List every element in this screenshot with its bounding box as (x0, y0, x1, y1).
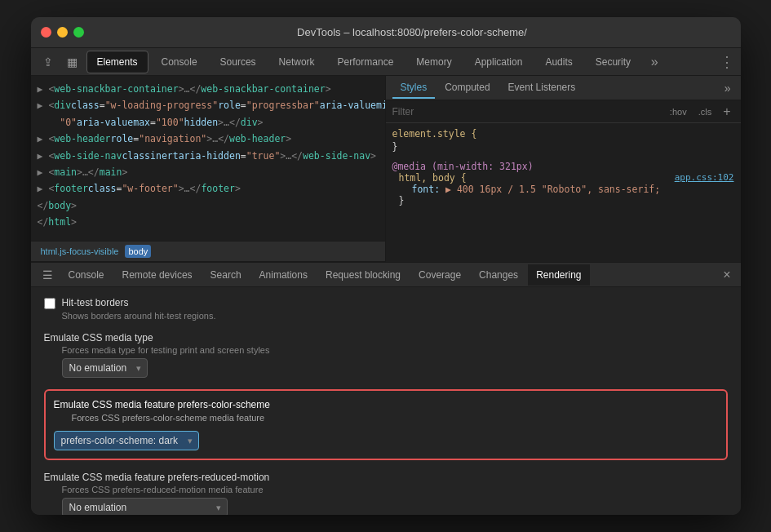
code-line: ▶ <footer class="w-footer">…</footer> (31, 180, 385, 197)
css-media-type-label: Emulate CSS media type (44, 332, 728, 344)
tab-event-listeners[interactable]: Event Listeners (500, 78, 584, 99)
drawer-tab-coverage[interactable]: Coverage (410, 264, 469, 286)
window-title: DevTools – localhost:8080/prefers-color-… (94, 26, 731, 38)
code-line: ▶ <web-side-nav class inert aria-hidden=… (31, 148, 385, 164)
maximize-button[interactable] (73, 27, 84, 38)
drawer-tab-remote-devices[interactable]: Remote devices (114, 264, 201, 286)
minimize-button[interactable] (57, 27, 68, 38)
drawer-tab-rendering[interactable]: Rendering (528, 264, 589, 286)
css-media-type-select[interactable]: No emulation print screen (62, 358, 148, 378)
tab-security[interactable]: Security (586, 51, 640, 73)
filter-input[interactable] (392, 106, 662, 117)
style-selector-html-body: html, body { app.css:102 (392, 172, 734, 184)
hit-test-label: Hit-test borders (62, 297, 129, 308)
rendering-panel: Hit-test borders Shows borders around hi… (31, 287, 741, 515)
drawer-tabs-bar: ☰ Console Remote devices Search Animatio… (31, 263, 741, 287)
code-line: ▶ <div class="w-loading-progress" role="… (31, 97, 385, 113)
drawer-close-button[interactable]: × (720, 268, 733, 282)
style-prop-name: font: (412, 184, 441, 195)
more-tabs-button[interactable]: » (644, 51, 665, 73)
cursor-icon[interactable]: ⇪ (38, 51, 59, 73)
color-scheme-select-wrapper: No emulation prefers-color-scheme: light… (54, 431, 199, 450)
style-media-query: @media (min-width: 321px) (392, 161, 734, 172)
tab-styles[interactable]: Styles (392, 78, 436, 99)
tab-elements[interactable]: Elements (86, 51, 148, 73)
tab-audits[interactable]: Audits (535, 51, 582, 73)
color-scheme-select[interactable]: No emulation prefers-color-scheme: light… (54, 431, 199, 450)
code-line: ▶ <web-header role="navigation">…</web-h… (31, 131, 385, 147)
tab-computed[interactable]: Computed (436, 78, 498, 99)
hov-filter-button[interactable]: :hov (667, 105, 690, 118)
dom-tree[interactable]: ▶ <web-snackbar-container>…</web-snackba… (31, 76, 385, 241)
code-line: "0" aria-valuemax="100" hidden>…</div> (31, 114, 385, 131)
traffic-lights (41, 27, 84, 38)
reduced-motion-label: Emulate CSS media feature prefers-reduce… (44, 472, 728, 483)
dom-panel: ▶ <web-snackbar-container>…</web-snackba… (31, 76, 386, 262)
add-style-button[interactable]: + (720, 104, 733, 119)
code-line: ▶ <web-snackbar-container>…</web-snackba… (31, 81, 385, 97)
style-source-link[interactable]: app.css:102 (675, 172, 734, 183)
hit-test-header: Hit-test borders (44, 297, 728, 309)
color-scheme-desc: Forces CSS prefers-color-scheme media fe… (72, 413, 718, 423)
main-toolbar: ⇪ ▦ Elements Console Sources Network Per… (31, 48, 741, 76)
tab-sources[interactable]: Sources (210, 51, 266, 73)
style-property: font: ▶ 400 16px / 1.5 "Roboto", sans-se… (392, 184, 734, 195)
styles-tabs-bar: Styles Computed Event Listeners » (386, 76, 741, 100)
more-style-tabs[interactable]: » (721, 82, 734, 95)
styles-content: element.style { } @media (min-width: 321… (386, 123, 741, 262)
reduced-motion-select-wrapper: No emulation prefers-reduced-motion: red… (62, 498, 228, 515)
css-media-type-section: Emulate CSS media type Forces media type… (44, 332, 728, 378)
hit-test-desc: Shows borders around hit-test regions. (62, 311, 728, 321)
code-line: </html> (31, 214, 385, 230)
reduced-motion-desc: Forces CSS prefers-reduced-motion media … (62, 485, 728, 494)
code-line: </body> (31, 197, 385, 214)
drawer-tab-search[interactable]: Search (202, 264, 250, 286)
breadcrumb-item-html[interactable]: html.js-focus-visible (38, 245, 122, 258)
main-content: ▶ <web-snackbar-container>…</web-snackba… (31, 76, 741, 262)
style-close-brace: } (392, 141, 734, 153)
device-icon[interactable]: ▦ (62, 51, 83, 73)
css-media-type-select-wrapper: No emulation print screen (62, 358, 148, 378)
style-prop-value: ▶ 400 16px / 1.5 "Roboto", sans-serif; (445, 184, 660, 195)
settings-icon[interactable]: ⋮ (720, 53, 734, 71)
close-button[interactable] (41, 27, 51, 38)
tab-application[interactable]: Application (465, 51, 533, 73)
cls-filter-button[interactable]: .cls (695, 105, 716, 118)
style-close-brace-2: } (392, 195, 734, 206)
color-scheme-section: Emulate CSS media feature prefers-color-… (44, 389, 728, 460)
titlebar: DevTools – localhost:8080/prefers-color-… (31, 17, 741, 48)
hit-test-checkbox[interactable] (44, 298, 55, 309)
tab-console[interactable]: Console (152, 51, 207, 73)
style-rule-media: @media (min-width: 321px) html, body { a… (392, 161, 734, 206)
devtools-window: DevTools – localhost:8080/prefers-color-… (31, 17, 741, 515)
tab-network[interactable]: Network (269, 51, 325, 73)
reduced-motion-section: Emulate CSS media feature prefers-reduce… (44, 472, 728, 515)
drawer-tab-console[interactable]: Console (60, 264, 113, 286)
css-media-type-desc: Forces media type for testing print and … (62, 345, 728, 355)
code-line: ▶ <main>…</main> (31, 164, 385, 180)
drawer-tab-animations[interactable]: Animations (251, 264, 316, 286)
style-rule-element: element.style { } (392, 128, 734, 153)
drawer-menu-icon[interactable]: ☰ (38, 264, 59, 286)
filter-bar: :hov .cls + (386, 100, 741, 123)
reduced-motion-select[interactable]: No emulation prefers-reduced-motion: red… (62, 498, 228, 515)
tab-memory[interactable]: Memory (406, 51, 461, 73)
styles-panel: Styles Computed Event Listeners » :hov .… (386, 76, 741, 262)
tab-performance[interactable]: Performance (328, 51, 404, 73)
drawer-tab-request-blocking[interactable]: Request blocking (317, 264, 409, 286)
breadcrumb-item-body[interactable]: body (125, 245, 151, 258)
color-scheme-label: Emulate CSS media feature prefers-color-… (54, 399, 718, 410)
style-selector: element.style { (392, 128, 734, 140)
drawer-tab-changes[interactable]: Changes (471, 264, 526, 286)
hit-test-borders-section: Hit-test borders Shows borders around hi… (44, 297, 728, 321)
bottom-drawer: ☰ Console Remote devices Search Animatio… (31, 262, 741, 515)
breadcrumb-bar: html.js-focus-visible body (31, 241, 385, 262)
